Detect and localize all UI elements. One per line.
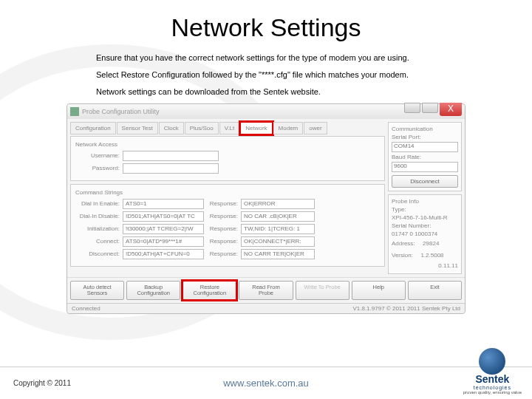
- cmd-input[interactable]: [123, 236, 204, 247]
- username-input[interactable]: [123, 151, 219, 161]
- cmd-input[interactable]: [123, 199, 204, 209]
- response-input[interactable]: [241, 211, 315, 222]
- network-access-group: Network Access Username: Password:: [70, 136, 385, 181]
- backup-config-button[interactable]: BackupConfiguration: [126, 281, 180, 301]
- restore-config-label: RestoreConfiguration: [194, 284, 227, 296]
- serial-port-select[interactable]: COM14: [392, 142, 458, 152]
- logo-sub: technologies: [463, 385, 522, 390]
- help-button[interactable]: Help: [352, 281, 406, 301]
- response-input[interactable]: [241, 224, 315, 234]
- response-input[interactable]: [241, 249, 315, 259]
- tab-network-label: Network: [245, 125, 267, 132]
- tab-network[interactable]: Network: [240, 122, 272, 134]
- desc-line-3: Network settings can be downloaded from …: [96, 86, 436, 98]
- probe-info-label: Probe Info: [392, 198, 458, 205]
- response-label: Response:: [207, 238, 238, 245]
- probe-addr-label: Address:: [392, 240, 415, 247]
- command-strings-label: Command Strings: [75, 189, 380, 196]
- disconnect-button[interactable]: Disconnect: [392, 175, 458, 188]
- network-access-label: Network Access: [75, 141, 380, 148]
- response-input[interactable]: [241, 236, 315, 247]
- minimize-button[interactable]: [404, 103, 420, 113]
- logo-tag: proven quality, ensuring value: [463, 390, 522, 395]
- cmd-input[interactable]: [123, 249, 204, 259]
- tab-modem[interactable]: Modem: [273, 122, 304, 134]
- password-label: Password:: [75, 165, 120, 171]
- titlebar: Probe Configuration Utility X: [67, 104, 465, 119]
- status-left: Connected: [72, 305, 100, 312]
- restore-config-button[interactable]: RestoreConfiguration: [183, 281, 236, 301]
- app-window: Probe Configuration Utility X Configurat…: [66, 103, 466, 315]
- cmd-label: Dial In Enable:: [75, 200, 120, 207]
- tab-configuration[interactable]: Configuration: [70, 122, 116, 134]
- tab-plus-soo[interactable]: Plus/Soo: [185, 122, 219, 134]
- probe-type: XPI-456-7-16-Multi-R: [392, 214, 458, 221]
- username-label: Username:: [75, 152, 120, 159]
- desc-line-1: Ensure that you have the correct network…: [96, 52, 436, 64]
- command-row: Dial In Enable:Response:: [75, 199, 380, 209]
- close-button[interactable]: X: [440, 103, 462, 116]
- read-from-probe-button[interactable]: Read FromProbe: [239, 281, 293, 301]
- response-label: Response:: [207, 250, 238, 257]
- password-input[interactable]: [123, 163, 219, 174]
- maximize-button[interactable]: [422, 103, 438, 113]
- auto-detect-button[interactable]: Auto detectSensors: [70, 281, 124, 301]
- footer: Copyright © 2011 www.sentek.com.au Sente…: [0, 366, 532, 399]
- slide-title: Network Settings: [0, 13, 532, 42]
- response-label: Response:: [207, 213, 238, 219]
- serial-port-label: Serial Port:: [392, 134, 458, 140]
- cmd-label: Dial-In Disable:: [75, 213, 120, 219]
- cmd-label: Connect:: [75, 238, 120, 245]
- probe-ver2: 0.11.11: [392, 262, 458, 269]
- command-row: Dial-In Disable:Response:: [75, 211, 380, 222]
- communication-label: Communication: [392, 126, 458, 132]
- probe-serial-label: Serial Number:: [392, 222, 458, 229]
- probe-ver-label: Version:: [392, 252, 413, 259]
- logo-text: Sentek: [463, 373, 522, 385]
- footer-url: www.sentek.com.au: [223, 378, 309, 389]
- baud-rate-label: Baud Rate:: [392, 154, 458, 160]
- tab-power[interactable]: ower: [304, 122, 327, 134]
- cmd-input[interactable]: [123, 211, 204, 222]
- copyright: Copyright © 2011: [13, 379, 71, 387]
- tab-vlt[interactable]: V.Lt: [219, 122, 240, 134]
- baud-rate-select[interactable]: 9600: [392, 162, 458, 172]
- cmd-label: Initialization:: [75, 225, 120, 232]
- probe-ver: 1.2.5008: [420, 252, 443, 259]
- tabs: Configuration Sensor Test Clock Plus/Soo…: [70, 122, 385, 134]
- response-label: Response:: [207, 200, 238, 207]
- exit-button[interactable]: Exit: [408, 281, 462, 301]
- command-row: Connect:Response:: [75, 236, 380, 247]
- cmd-label: Disconnect:: [75, 250, 120, 257]
- logo: Sentek technologies proven quality, ensu…: [463, 348, 522, 395]
- command-row: Disconnect:Response:: [75, 249, 380, 259]
- probe-addr: 29824: [423, 240, 439, 247]
- desc-line-2: Select Restore Configuration followed by…: [96, 69, 436, 81]
- logo-icon: [479, 348, 505, 375]
- status-right: V1.8.1.9797 © 2011 2011 Sentek Pty Ltd: [352, 305, 460, 312]
- tab-sensor-test[interactable]: Sensor Test: [117, 122, 158, 134]
- write-to-probe-button[interactable]: Write To Probe: [296, 281, 349, 301]
- communication-group: Communication Serial Port: COM14 Baud Ra…: [388, 122, 462, 191]
- command-row: Initialization:Response:: [75, 224, 380, 234]
- app-icon: [70, 107, 79, 116]
- probe-type-label: Type:: [392, 206, 458, 213]
- cmd-input[interactable]: [123, 224, 204, 234]
- probe-serial: 01747 0 1000374: [392, 231, 458, 237]
- response-label: Response:: [207, 225, 238, 232]
- probe-info-group: Probe Info Type: XPI-456-7-16-Multi-R Se…: [388, 194, 462, 274]
- response-input[interactable]: [241, 199, 315, 209]
- titlebar-text: Probe Configuration Utility: [82, 108, 160, 115]
- bottom-buttons: Auto detectSensors BackupConfiguration R…: [67, 277, 465, 304]
- command-strings-group: Command Strings Dial In Enable:Response:…: [70, 184, 385, 267]
- tab-clock[interactable]: Clock: [159, 122, 184, 134]
- statusbar: Connected V1.8.1.9797 © 2011 2011 Sentek…: [67, 303, 465, 313]
